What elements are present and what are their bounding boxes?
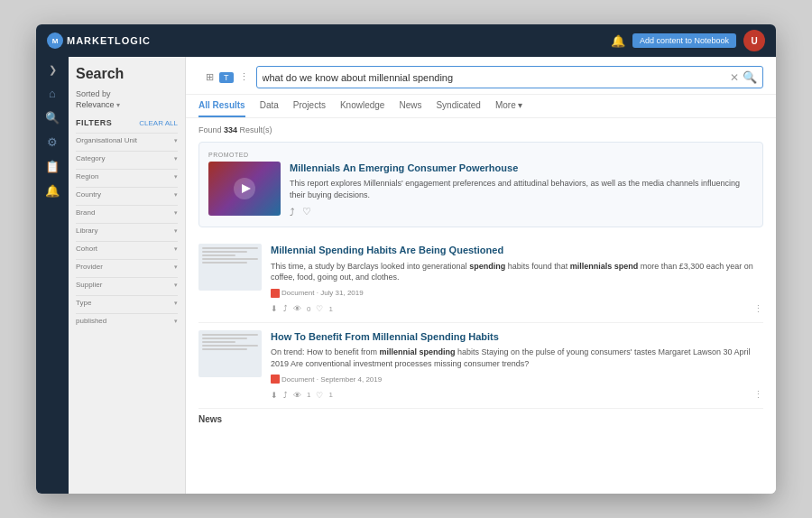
promoted-thumb-overlay bbox=[208, 162, 281, 216]
result-desc-1: This time, a study by Barclays looked in… bbox=[271, 261, 763, 283]
more-options-icon[interactable]: ⋮ bbox=[239, 71, 249, 83]
filter-group-name: published bbox=[76, 317, 106, 325]
sidebar-icons: ❯ ⌂ 🔍 ⚙ 📋 🔔 bbox=[36, 57, 69, 494]
tab-news[interactable]: News bbox=[399, 95, 421, 117]
filter-group-name: Supplier bbox=[76, 281, 102, 289]
heart-icon[interactable]: ♡ bbox=[302, 206, 311, 217]
filter-group: Category▾ bbox=[76, 151, 178, 165]
filter-group-arrow-icon: ▾ bbox=[174, 155, 178, 162]
more-button-1[interactable]: ⋮ bbox=[753, 303, 763, 315]
main-layout: ❯ ⌂ 🔍 ⚙ 📋 🔔 Search Sorted by Relevance ▾… bbox=[36, 57, 776, 494]
more-chevron-icon: ▾ bbox=[518, 100, 522, 110]
tab-projects[interactable]: Projects bbox=[293, 95, 326, 117]
filter-group-name: Region bbox=[76, 172, 98, 180]
filters-panel: Search Sorted by Relevance ▾ Filters CLE… bbox=[69, 57, 186, 494]
badge-dot-1 bbox=[271, 289, 280, 298]
download-icon-2[interactable]: ⬇ bbox=[271, 391, 278, 400]
filter-group-label[interactable]: Cohort▾ bbox=[76, 241, 178, 255]
add-notebook-button[interactable]: Add content to Notebook bbox=[632, 33, 736, 48]
filter-group-arrow-icon: ▾ bbox=[174, 318, 178, 325]
filter-group-label[interactable]: published▾ bbox=[76, 313, 178, 328]
highlight-millennials: millennials spend bbox=[570, 262, 639, 271]
promoted-actions: ⤴ ♡ bbox=[290, 206, 753, 217]
search-clear-icon[interactable]: ✕ bbox=[730, 71, 739, 84]
filter-group: Supplier▾ bbox=[76, 277, 178, 291]
thumb-line bbox=[202, 258, 258, 260]
promoted-desc: This report explores Millennials' engage… bbox=[290, 178, 753, 200]
filter-group-label[interactable]: Supplier▾ bbox=[76, 277, 178, 291]
grid-view-icon[interactable]: ⊞ bbox=[206, 71, 214, 83]
filter-group-label[interactable]: Provider▾ bbox=[76, 259, 178, 273]
nav-alert-icon[interactable]: 🔔 bbox=[45, 184, 60, 198]
nav-home-icon[interactable]: ⌂ bbox=[49, 87, 56, 100]
filter-group: Type▾ bbox=[76, 295, 178, 310]
promoted-card-inner: PROMOTED Millennials An Emerging Consume… bbox=[208, 152, 753, 217]
share-icon[interactable]: ⤴ bbox=[290, 207, 295, 217]
filter-group-label[interactable]: Brand▾ bbox=[76, 205, 178, 219]
share-icon-1[interactable]: ⤴ bbox=[283, 304, 288, 313]
relevance-row[interactable]: Relevance ▾ bbox=[76, 100, 178, 109]
like-icon-1[interactable]: ♡ bbox=[316, 304, 323, 313]
found-count: 334 bbox=[224, 125, 237, 134]
thumb-line bbox=[202, 338, 247, 339]
filter-group-label[interactable]: Library▾ bbox=[76, 223, 178, 237]
sidebar-collapse-icon[interactable]: ❯ bbox=[49, 64, 57, 76]
promoted-title[interactable]: Millennials An Emerging Consumer Powerho… bbox=[290, 162, 753, 174]
tabs-row: All Results Data Projects Knowledge News… bbox=[186, 95, 776, 118]
filters-title: Filters bbox=[76, 118, 112, 127]
filter-group-name: Library bbox=[76, 227, 97, 235]
promoted-badge: PROMOTED bbox=[208, 152, 753, 158]
filter-group: Country▾ bbox=[76, 187, 178, 201]
tab-syndicated[interactable]: Syndicated bbox=[436, 95, 480, 117]
tab-knowledge[interactable]: Knowledge bbox=[340, 95, 384, 117]
result-title-2[interactable]: How To Benefit From Millennial Spending … bbox=[271, 330, 763, 343]
filter-group-label[interactable]: Type▾ bbox=[76, 295, 178, 310]
tab-data[interactable]: Data bbox=[260, 95, 279, 117]
found-text: Found 334 Result(s) bbox=[198, 125, 763, 134]
clear-all-button[interactable]: CLEAR ALL bbox=[139, 119, 178, 127]
search-submit-icon[interactable]: 🔍 bbox=[743, 70, 757, 84]
filter-group-arrow-icon: ▾ bbox=[174, 264, 178, 271]
more-button-2[interactable]: ⋮ bbox=[753, 389, 763, 401]
filters-header: Filters CLEAR ALL bbox=[76, 118, 178, 127]
filter-group-name: Brand bbox=[76, 208, 95, 217]
filter-group-label[interactable]: Region▾ bbox=[76, 169, 178, 183]
filter-groups: Organisational Unit▾Category▾Region▾Coun… bbox=[76, 133, 178, 328]
filter-group-arrow-icon: ▾ bbox=[174, 209, 178, 217]
download-icon-1[interactable]: ⬇ bbox=[271, 304, 278, 313]
like-count-1: 1 bbox=[328, 305, 332, 313]
result-icons-row-1: ⬇ ⤴ 👁 0 ♡ 1 ⋮ bbox=[271, 303, 763, 315]
view-count-1: 0 bbox=[307, 305, 310, 313]
thumb-line bbox=[202, 247, 258, 249]
promoted-thumbnail bbox=[208, 162, 281, 216]
filter-group-arrow-icon: ▾ bbox=[174, 137, 178, 144]
thumb-line bbox=[202, 251, 247, 253]
nav-search-icon[interactable]: 🔍 bbox=[45, 111, 60, 125]
found-prefix: Found bbox=[198, 125, 222, 134]
promoted-card: PROMOTED Millennials An Emerging Consume… bbox=[198, 142, 763, 227]
thumb-line bbox=[202, 341, 235, 343]
tab-all-results[interactable]: All Results bbox=[198, 95, 245, 117]
filter-group-label[interactable]: Category▾ bbox=[76, 151, 178, 165]
like-icon-2[interactable]: ♡ bbox=[316, 391, 323, 400]
results-area: Found 334 Result(s) PROMOTED bbox=[186, 118, 776, 494]
like-count-2: 1 bbox=[328, 391, 332, 399]
filter-group-label[interactable]: Country▾ bbox=[76, 187, 178, 201]
eye-icon-2: 👁 bbox=[293, 391, 301, 400]
bell-icon[interactable]: 🔔 bbox=[611, 34, 625, 48]
tab-more[interactable]: More ▾ bbox=[495, 95, 522, 117]
nav-clipboard-icon[interactable]: 📋 bbox=[45, 160, 60, 173]
filter-group: published▾ bbox=[76, 313, 178, 328]
logo-text: MARKETLOGIC bbox=[67, 35, 151, 46]
result-title-1[interactable]: Millennial Spending Habits Are Being Que… bbox=[271, 244, 763, 256]
share-icon-2[interactable]: ⤴ bbox=[283, 391, 288, 400]
svg-text:M: M bbox=[52, 37, 59, 45]
sorted-by-label: Sorted by bbox=[76, 89, 178, 98]
result-info-1: Millennial Spending Habits Are Being Que… bbox=[271, 244, 763, 314]
filter-group-label[interactable]: Organisational Unit▾ bbox=[76, 133, 178, 147]
result-info-2: How To Benefit From Millennial Spending … bbox=[271, 330, 763, 401]
doc-type-badge-1: Document · July 31, 2019 bbox=[271, 289, 364, 298]
search-input[interactable] bbox=[263, 72, 731, 83]
nav-settings-icon[interactable]: ⚙ bbox=[47, 135, 58, 149]
search-input-wrap: ✕ 🔍 bbox=[256, 66, 764, 88]
